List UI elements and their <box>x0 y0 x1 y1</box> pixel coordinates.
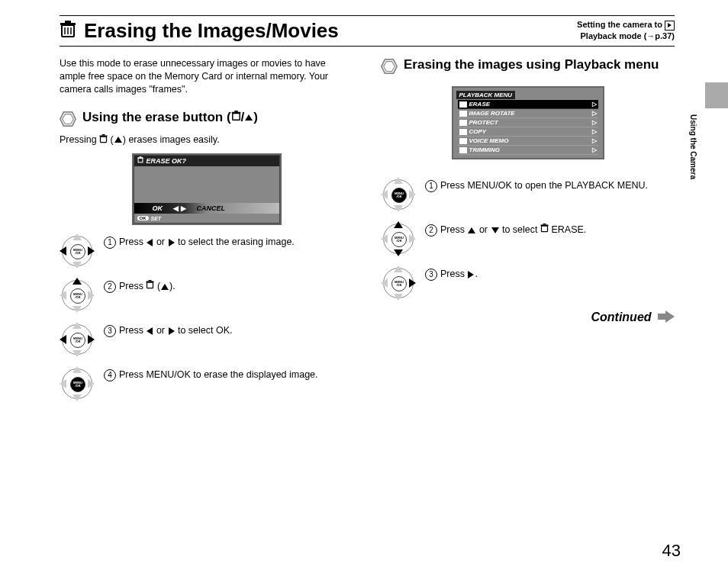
step-number: 4 <box>104 369 116 381</box>
menu-item-icon <box>459 138 467 144</box>
hex-bullet-icon <box>381 59 398 74</box>
up-arrow-icon <box>161 284 169 290</box>
trash-icon <box>146 280 154 293</box>
dpad-icon: MENU/OK <box>62 324 92 355</box>
page-number: 43 <box>662 541 681 561</box>
down-arrow-icon <box>491 227 499 233</box>
playback-menu-item: ERASE▷ <box>458 100 598 109</box>
playback-menu-item: TRIMMING▷ <box>458 146 598 155</box>
svg-rect-14 <box>138 159 143 163</box>
svg-rect-22 <box>542 226 548 232</box>
right-arrow-icon <box>169 327 175 335</box>
camera-screen-erase: ERASE OK? OK ◀ ▶ CANCEL OKSET <box>132 153 282 225</box>
menu-item-label: VOICE MEMO <box>469 137 509 144</box>
svg-rect-16 <box>139 156 141 157</box>
dpad-icon: MENU/OK <box>62 368 92 399</box>
step-text: Press or to select the erasing image. <box>119 236 295 249</box>
playback-menu-item: IMAGE ROTATE▷ <box>458 109 598 118</box>
menu-item-label: IMAGE ROTATE <box>469 110 515 117</box>
menu-item-icon <box>459 120 467 126</box>
ok-pill: OK <box>137 216 149 220</box>
menu-item-icon <box>459 129 467 135</box>
right-arrow-icon <box>468 271 474 278</box>
svg-rect-2 <box>65 21 71 23</box>
step-text: Press (). <box>119 280 176 293</box>
svg-rect-1 <box>60 23 76 25</box>
chevron-right-icon: ▷ <box>592 137 597 144</box>
menu-item-icon <box>459 147 467 153</box>
up-arrow-icon <box>245 114 253 121</box>
intro-text: Use this mode to erase unnecessary image… <box>60 57 353 96</box>
right-arrow-icon <box>169 239 175 246</box>
svg-rect-12 <box>100 135 108 137</box>
left-arrow-icon <box>147 239 153 246</box>
section-title-right: Erasing the images using Playback menu <box>404 57 659 72</box>
menu-item-icon <box>459 101 467 108</box>
up-arrow-icon <box>114 137 122 143</box>
dpad-icon: MENU/OK <box>62 236 92 266</box>
dpad-icon: MENU/OK <box>383 179 414 210</box>
camera-screen-playback-menu: PLAYBACK MENU ERASE▷IMAGE ROTATE▷PROTECT… <box>452 86 604 159</box>
set-label: SET <box>151 216 162 221</box>
section-title-left: Using the erase button (/) <box>82 110 258 126</box>
step-number: 2 <box>104 281 116 293</box>
trash-icon <box>99 134 108 146</box>
screen-ok-label: OK <box>153 204 163 212</box>
lr-arrows-icon: ◀ ▶ <box>173 204 186 212</box>
svg-rect-11 <box>101 137 107 143</box>
menu-item-label: PROTECT <box>469 119 498 126</box>
step-number: 1 <box>104 237 116 249</box>
playback-menu-item: PROTECT▷ <box>458 118 598 127</box>
top-rule <box>60 15 675 16</box>
svg-rect-15 <box>137 158 143 159</box>
chevron-right-icon: ▷ <box>592 101 597 108</box>
playback-menu-title: PLAYBACK MENU <box>456 91 516 99</box>
playback-menu-item: COPY▷ <box>458 127 598 137</box>
svg-marker-7 <box>63 114 74 124</box>
playback-icon <box>665 21 675 31</box>
svg-marker-25 <box>658 311 675 323</box>
sub-instruction: Pressing () erases images easily. <box>60 134 353 146</box>
dpad-icon: MENU/OK <box>383 268 414 298</box>
step-text: Press MENU/OK to open the PLAYBACK MENU. <box>440 179 648 192</box>
step-number: 3 <box>425 269 437 281</box>
step-number: 3 <box>104 325 116 337</box>
step-number: 1 <box>425 180 437 192</box>
trash-icon <box>137 156 143 165</box>
trash-icon <box>60 21 76 41</box>
menu-item-label: COPY <box>469 128 487 135</box>
svg-rect-8 <box>232 113 239 120</box>
svg-rect-9 <box>231 112 240 114</box>
svg-marker-21 <box>384 62 395 72</box>
bottom-rule <box>60 46 675 47</box>
mode-hint: Setting the camera to Playback mode (→p.… <box>577 19 675 43</box>
step-text: Press or to select OK. <box>119 324 233 337</box>
dpad-icon: MENU/OK <box>62 280 92 311</box>
svg-rect-17 <box>147 282 153 288</box>
trash-icon <box>231 110 241 125</box>
screen-cancel-label: CANCEL <box>197 204 226 212</box>
svg-rect-24 <box>543 224 546 225</box>
step-text: Press . <box>440 268 478 281</box>
menu-item-label: ERASE <box>469 101 491 108</box>
menu-item-label: TRIMMING <box>469 146 500 153</box>
step-text: Press MENU/OK to erase the displayed ima… <box>119 368 318 381</box>
svg-rect-19 <box>149 280 152 282</box>
menu-item-icon <box>459 111 467 117</box>
chevron-right-icon: ▷ <box>592 146 597 153</box>
up-arrow-icon <box>468 227 475 233</box>
step-number: 2 <box>425 224 437 237</box>
continued-arrow-icon <box>658 311 675 326</box>
svg-rect-10 <box>234 111 238 112</box>
step-text: Press or to select ERASE. <box>440 224 586 237</box>
erase-prompt: ERASE OK? <box>147 157 187 165</box>
svg-rect-23 <box>541 225 549 227</box>
continued-label: Continued <box>381 311 675 326</box>
playback-menu-item: VOICE MEMO▷ <box>458 137 598 146</box>
chevron-right-icon: ▷ <box>592 119 597 126</box>
svg-rect-13 <box>102 134 105 136</box>
svg-rect-18 <box>147 282 154 283</box>
chevron-right-icon: ▷ <box>592 128 597 135</box>
hex-bullet-icon <box>60 111 76 127</box>
left-arrow-icon <box>147 327 153 335</box>
